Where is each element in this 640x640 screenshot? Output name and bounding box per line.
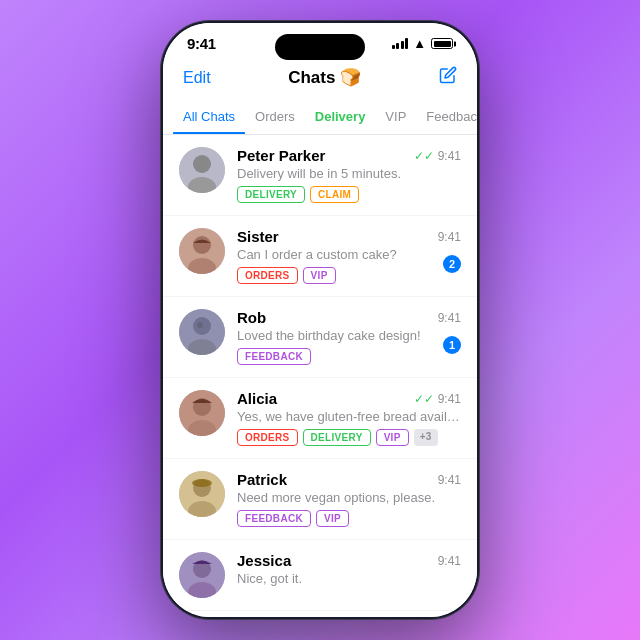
tags-rob: FEEDBACK xyxy=(237,348,461,365)
chat-name-alicia: Alicia xyxy=(237,390,277,407)
signal-bar-2 xyxy=(396,43,399,49)
chat-meta-peter: ✓✓ 9:41 xyxy=(414,149,461,163)
avatar-alicia xyxy=(179,390,225,436)
avatar-peter xyxy=(179,147,225,193)
svg-point-1 xyxy=(193,155,211,173)
tag-orders-sister: ORDERS xyxy=(237,267,298,284)
chat-item-alicia[interactable]: Alicia ✓✓ 9:41 Yes, we have gluten-free … xyxy=(163,378,477,459)
chat-content-alicia: Alicia ✓✓ 9:41 Yes, we have gluten-free … xyxy=(237,390,461,446)
chat-name-jessica: Jessica xyxy=(237,552,291,569)
tag-feedback-patrick: FEEDBACK xyxy=(237,510,311,527)
chat-item-patrick[interactable]: Patrick 9:41 Need more vegan options, pl… xyxy=(163,459,477,540)
tab-vip[interactable]: VIP xyxy=(375,99,416,134)
chat-name-patrick: Patrick xyxy=(237,471,287,488)
chat-time-peter: 9:41 xyxy=(438,149,461,163)
svg-point-16 xyxy=(192,479,212,487)
nav-title-text: Chats xyxy=(288,68,335,88)
avatar-jessica xyxy=(179,552,225,598)
chat-preview-rob: Loved the birthday cake design! xyxy=(237,328,461,343)
signal-bar-3 xyxy=(401,41,404,49)
tag-feedback-rob: FEEDBACK xyxy=(237,348,311,365)
chat-header-peter: Peter Parker ✓✓ 9:41 xyxy=(237,147,461,164)
chat-content-jessica: Jessica 9:41 Nice, got it. xyxy=(237,552,461,591)
chat-list: Peter Parker ✓✓ 9:41 Delivery will be in… xyxy=(163,135,477,617)
chat-content-peter: Peter Parker ✓✓ 9:41 Delivery will be in… xyxy=(237,147,461,203)
chat-name-sister: Sister xyxy=(237,228,279,245)
status-time: 9:41 xyxy=(187,35,216,52)
tag-vip-sister: VIP xyxy=(303,267,336,284)
read-check-alicia: ✓✓ xyxy=(414,392,434,406)
chat-time-alicia: 9:41 xyxy=(438,392,461,406)
tag-vip-patrick: VIP xyxy=(316,510,349,527)
signal-bar-1 xyxy=(392,45,395,49)
chat-time-sister: 9:41 xyxy=(438,230,461,244)
unread-badge-sister: 2 xyxy=(443,255,461,273)
chat-preview-peter: Delivery will be in 5 minutes. xyxy=(237,166,461,181)
edit-button[interactable]: Edit xyxy=(183,69,211,87)
tags-alicia: ORDERS DELIVERY VIP +3 xyxy=(237,429,461,446)
nav-title-emoji: 🍞 xyxy=(340,67,361,88)
phone-inner: 9:41 ▲ Edit Chats 🍞 xyxy=(163,23,477,617)
chat-name-rob: Rob xyxy=(237,309,266,326)
signal-bar-4 xyxy=(405,38,408,49)
tag-more-alicia: +3 xyxy=(414,429,438,446)
chat-preview-alicia: Yes, we have gluten-free bread available… xyxy=(237,409,461,424)
tab-delivery[interactable]: Delivery xyxy=(305,99,376,134)
read-check-peter: ✓✓ xyxy=(414,149,434,163)
chat-header-alicia: Alicia ✓✓ 9:41 xyxy=(237,390,461,407)
tags-sister: ORDERS VIP xyxy=(237,267,461,284)
tags-patrick: FEEDBACK VIP xyxy=(237,510,461,527)
chat-item-peter[interactable]: Peter Parker ✓✓ 9:41 Delivery will be in… xyxy=(163,135,477,216)
chat-preview-patrick: Need more vegan options, please. xyxy=(237,490,461,505)
dynamic-island xyxy=(275,34,365,60)
chat-meta-alicia: ✓✓ 9:41 xyxy=(414,392,461,406)
battery-fill xyxy=(434,41,451,47)
chat-time-patrick: 9:41 xyxy=(438,473,461,487)
nav-bar: Edit Chats 🍞 xyxy=(163,58,477,99)
tags-peter: DELIVERY CLAIM xyxy=(237,186,461,203)
svg-point-9 xyxy=(197,322,203,328)
phone-frame: 9:41 ▲ Edit Chats 🍞 xyxy=(160,20,480,620)
chat-time-jessica: 9:41 xyxy=(438,554,461,568)
status-icons: ▲ xyxy=(392,36,453,51)
tag-orders-alicia: ORDERS xyxy=(237,429,298,446)
tag-delivery-peter: DELIVERY xyxy=(237,186,305,203)
chat-header-jessica: Jessica 9:41 xyxy=(237,552,461,569)
unread-badge-rob: 1 xyxy=(443,336,461,354)
chat-header-sister: Sister 9:41 xyxy=(237,228,461,245)
tag-claim-peter: CLAIM xyxy=(310,186,359,203)
chat-item-jessica[interactable]: Jessica 9:41 Nice, got it. xyxy=(163,540,477,611)
avatar-rob xyxy=(179,309,225,355)
filter-tabs: All Chats Orders Delivery VIP Feedback xyxy=(163,99,477,135)
chat-name-peter: Peter Parker xyxy=(237,147,325,164)
chat-content-sister: Sister 9:41 Can I order a custom cake? O… xyxy=(237,228,461,284)
tab-feedback[interactable]: Feedback xyxy=(416,99,477,134)
battery-icon xyxy=(431,38,453,49)
avatar-patrick xyxy=(179,471,225,517)
chat-content-patrick: Patrick 9:41 Need more vegan options, pl… xyxy=(237,471,461,527)
chat-preview-sister: Can I order a custom cake? xyxy=(237,247,461,262)
chat-item-sister[interactable]: Sister 9:41 Can I order a custom cake? O… xyxy=(163,216,477,297)
wifi-icon: ▲ xyxy=(413,36,426,51)
tab-orders[interactable]: Orders xyxy=(245,99,305,134)
svg-point-4 xyxy=(193,236,211,254)
chat-item-rob[interactable]: Rob 9:41 Loved the birthday cake design!… xyxy=(163,297,477,378)
nav-title: Chats 🍞 xyxy=(288,67,361,88)
chat-content-rob: Rob 9:41 Loved the birthday cake design!… xyxy=(237,309,461,365)
compose-button[interactable] xyxy=(439,66,457,89)
tag-vip-alicia: VIP xyxy=(376,429,409,446)
signal-bars-icon xyxy=(392,38,409,49)
chat-header-patrick: Patrick 9:41 xyxy=(237,471,461,488)
chat-preview-jessica: Nice, got it. xyxy=(237,571,461,586)
tag-delivery-alicia: DELIVERY xyxy=(303,429,371,446)
chat-time-rob: 9:41 xyxy=(438,311,461,325)
chat-header-rob: Rob 9:41 xyxy=(237,309,461,326)
tab-all-chats[interactable]: All Chats xyxy=(173,99,245,134)
avatar-sister xyxy=(179,228,225,274)
